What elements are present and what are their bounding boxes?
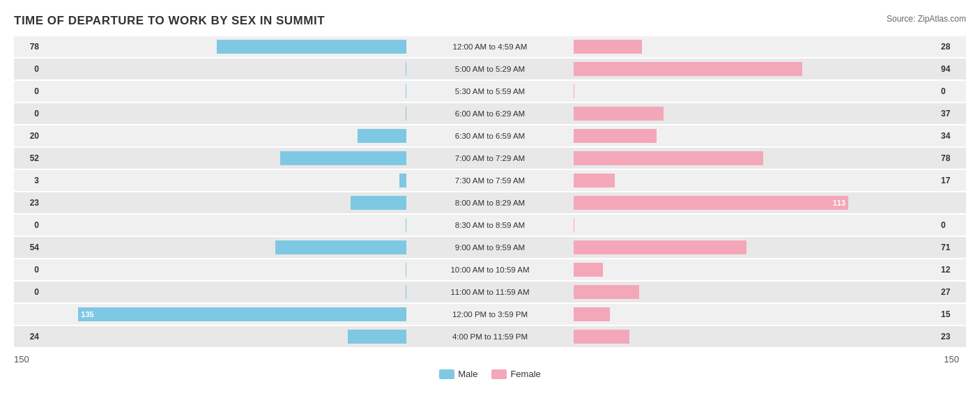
female-bar-container <box>574 174 938 187</box>
table-row: 3 7:30 AM to 7:59 AM 17 <box>14 170 966 191</box>
legend-female-label: Female <box>510 369 540 379</box>
male-bar: 135 <box>78 307 406 321</box>
chart-title: TIME OF DEPARTURE TO WORK BY SEX IN SUMM… <box>14 14 966 28</box>
female-bar-container <box>574 330 938 344</box>
legend-male: Male <box>439 369 477 379</box>
male-bar <box>351 196 406 210</box>
time-label: 8:30 AM to 8:59 AM <box>406 221 574 229</box>
male-value: 0 <box>14 109 42 118</box>
male-bar <box>358 129 406 143</box>
male-bar <box>348 330 406 344</box>
time-label: 6:30 AM to 6:59 AM <box>406 132 574 140</box>
table-row: 52 7:00 AM to 7:29 AM 78 <box>14 148 966 169</box>
male-value: 3 <box>14 176 42 185</box>
table-row: 54 9:00 AM to 9:59 AM 71 <box>14 237 966 258</box>
legend-female-box <box>491 369 507 379</box>
time-label: 10:00 AM to 10:59 AM <box>406 266 574 274</box>
time-label: 11:00 AM to 11:59 AM <box>406 288 574 296</box>
female-bar <box>574 218 574 232</box>
source-label: Source: ZipAtlas.com <box>887 14 966 24</box>
male-value: 78 <box>14 42 42 52</box>
time-label: 12:00 AM to 4:59 AM <box>406 43 574 51</box>
female-bar-container <box>574 84 938 98</box>
female-bar <box>574 285 639 299</box>
female-bar-container <box>574 285 938 299</box>
chart-grid: 78 12:00 AM to 4:59 AM 28 0 5:00 AM to 5… <box>14 36 966 348</box>
table-row: 0 5:00 AM to 5:29 AM 94 <box>14 59 966 79</box>
axis-left-label: 150 <box>14 354 548 365</box>
table-row: 0 10:00 AM to 10:59 AM 12 <box>14 259 966 280</box>
male-bar-container <box>42 151 406 165</box>
female-value: 27 <box>938 287 966 297</box>
male-value: 52 <box>14 153 42 163</box>
male-bar-container <box>42 107 406 121</box>
female-bar <box>574 240 747 254</box>
female-bar-container <box>574 263 938 277</box>
female-value: 71 <box>938 243 966 252</box>
male-bar <box>406 285 406 299</box>
male-bar <box>406 263 406 277</box>
male-bar-container <box>42 263 406 277</box>
female-value: 23 <box>938 332 966 342</box>
female-value: 12 <box>938 265 966 275</box>
male-bar-container <box>42 330 406 344</box>
male-value: 0 <box>14 287 42 297</box>
female-bar-container <box>574 40 938 54</box>
female-bar-container <box>574 218 938 232</box>
male-value: 24 <box>14 332 42 342</box>
male-bar-container <box>42 84 406 98</box>
legend-male-label: Male <box>458 369 477 379</box>
male-bar <box>406 218 406 232</box>
table-row: 23 8:00 AM to 8:29 AM 113 <box>14 192 966 213</box>
chart-container: TIME OF DEPARTURE TO WORK BY SEX IN SUMM… <box>0 0 980 414</box>
male-bar-container <box>42 240 406 254</box>
male-value: 54 <box>14 243 42 252</box>
time-label: 6:00 AM to 6:29 AM <box>406 109 574 118</box>
female-bar-container <box>574 307 938 321</box>
male-bar <box>217 40 406 54</box>
female-bar-container <box>574 107 938 121</box>
female-bar <box>574 174 615 187</box>
male-bar-container: 135 <box>42 307 406 321</box>
female-bar <box>574 40 642 54</box>
table-row: 135 12:00 PM to 3:59 PM 15 <box>14 304 966 325</box>
table-row: 0 6:00 AM to 6:29 AM 37 <box>14 103 966 124</box>
male-value: 20 <box>14 131 42 141</box>
female-value: 94 <box>938 64 966 74</box>
time-label: 8:00 AM to 8:29 AM <box>406 199 574 207</box>
legend-male-box <box>439 369 454 379</box>
male-bar <box>399 174 406 187</box>
male-bar <box>280 151 406 165</box>
male-bar-container <box>42 285 406 299</box>
male-bar-container <box>42 62 406 76</box>
female-bar <box>574 263 603 277</box>
male-bar <box>406 84 406 98</box>
female-value: 37 <box>938 109 966 118</box>
female-bar-container <box>574 62 938 76</box>
male-bar-container <box>42 196 406 210</box>
male-value: 0 <box>14 220 42 230</box>
female-value: 78 <box>938 153 966 163</box>
table-row: 20 6:30 AM to 6:59 AM 34 <box>14 125 966 146</box>
time-label: 4:00 PM to 11:59 PM <box>406 332 574 341</box>
time-label: 5:30 AM to 5:59 AM <box>406 87 574 95</box>
axis-row: 150 150 <box>14 354 966 365</box>
axis-right-label: 150 <box>548 354 966 365</box>
male-bar-container <box>42 129 406 143</box>
legend-female: Female <box>491 369 540 379</box>
female-value: 15 <box>938 309 966 319</box>
table-row: 24 4:00 PM to 11:59 PM 23 <box>14 326 966 347</box>
time-label: 7:00 AM to 7:29 AM <box>406 154 574 162</box>
male-value: 0 <box>14 265 42 275</box>
male-bar-container <box>42 40 406 54</box>
male-value: 0 <box>14 86 42 96</box>
table-row: 78 12:00 AM to 4:59 AM 28 <box>14 36 966 57</box>
table-row: 0 5:30 AM to 5:59 AM 0 <box>14 81 966 102</box>
male-bar <box>275 240 406 254</box>
female-value: 28 <box>938 42 966 52</box>
time-label: 7:30 AM to 7:59 AM <box>406 176 574 185</box>
male-value: 23 <box>14 198 42 208</box>
table-row: 0 11:00 AM to 11:59 AM 27 <box>14 282 966 302</box>
female-bar <box>574 307 610 321</box>
male-bar <box>406 107 406 121</box>
